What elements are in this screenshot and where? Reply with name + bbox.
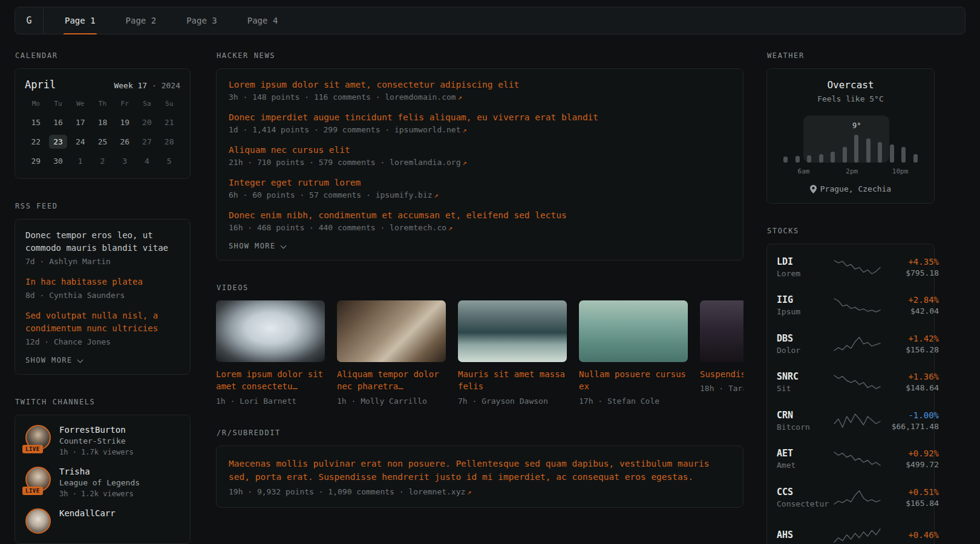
tab-label: Page 1 <box>65 16 96 25</box>
video-card[interactable]: Suspendisse diam 18h · Tara <box>700 300 743 406</box>
app-logo[interactable]: G <box>15 7 44 34</box>
stocks-panel: LDILorem +4.35%$795.18 IIGIpsum +2.84%$4… <box>766 244 935 544</box>
calendar-day: 24 <box>69 135 91 149</box>
weather-panel: Overcast Feels like 5°C 9° 6am2pm10pm Pr… <box>766 68 935 204</box>
video-thumbnail[interactable] <box>700 300 743 362</box>
hn-story-link[interactable]: Donec imperdiet augue tincidunt felis al… <box>229 112 731 122</box>
video-title[interactable]: Aliquam tempor dolor nec pharetra… <box>337 368 446 393</box>
dashboard-page: G Page 1 Page 2 Page 3 Page 4 CALENDAR A… <box>0 0 980 544</box>
video-thumbnail[interactable] <box>579 300 688 362</box>
stock-name: Amet <box>777 461 834 470</box>
hn-source-link[interactable]: loremdomain.com↗ <box>385 92 462 102</box>
calendar-grid: Mo Tu We Th Fr Sa Su 15 16 17 18 19 20 2… <box>25 100 180 169</box>
stock-symbol: DBS <box>777 333 834 344</box>
calendar-day: 19 <box>114 115 136 130</box>
stock-row[interactable]: DBSDolor +1.42%$156.28 <box>777 325 924 363</box>
stock-symbol: CCS <box>777 487 834 497</box>
middle-column: HACKER NEWS Lorem ipsum dolor sit amet, … <box>216 51 743 531</box>
video-title[interactable]: Suspendisse diam <box>700 368 743 380</box>
stock-row[interactable]: LDILorem +4.35%$795.18 <box>777 248 924 287</box>
videos-widget: VIDEOS Lorem ipsum dolor sit amet consec… <box>216 283 743 406</box>
twitch-channel-row[interactable]: KendallCarr <box>25 508 180 534</box>
hn-story-link[interactable]: Aliquam nec cursus elit <box>229 145 731 155</box>
video-title[interactable]: Nullam posuere cursus ex <box>579 368 688 393</box>
external-link-icon: ↗ <box>448 224 452 232</box>
hn-story-meta: 1d · 1,414 points · 299 comments · ipsum… <box>229 125 731 134</box>
stock-row[interactable]: AHS +0.46% <box>777 517 924 544</box>
video-title[interactable]: Lorem ipsum dolor sit amet consectetu… <box>216 368 325 393</box>
reddit-source-link[interactable]: loremnet.xyz↗ <box>408 487 471 496</box>
stock-name: Ipsum <box>777 307 834 316</box>
stock-row[interactable]: SNRCSit +1.36%$148.64 <box>777 363 924 402</box>
rss-item-link[interactable]: In hac habitasse platea <box>25 276 180 288</box>
hn-story-link[interactable]: Integer eget rutrum lorem <box>229 178 731 187</box>
stock-symbol: LDI <box>777 256 834 267</box>
avatar <box>25 508 51 534</box>
hn-story-meta: 6h · 60 points · 57 comments · ipsumify.… <box>229 190 731 199</box>
day-of-week-label: Sa <box>136 100 158 111</box>
video-card[interactable]: Lorem ipsum dolor sit amet consectetu… 1… <box>216 300 325 406</box>
day-of-week-label: Mo <box>25 100 47 111</box>
weather-time-labels: 6am2pm10pm <box>782 167 920 176</box>
stock-change-percent: +0.51% <box>881 487 939 497</box>
tab-page-1[interactable]: Page 1 <box>57 7 103 34</box>
hn-story-meta: 16h · 468 points · 440 comments · loremt… <box>229 223 731 232</box>
video-meta: 17h · Stefan Cole <box>579 397 688 406</box>
hacker-news-widget: HACKER NEWS Lorem ipsum dolor sit amet, … <box>216 51 743 261</box>
stock-row[interactable]: CRNBitcorn -1.00%$66,171.48 <box>777 401 924 440</box>
video-thumbnail[interactable] <box>337 300 446 362</box>
stock-symbol: AHS <box>777 529 834 540</box>
hn-source-link[interactable]: loremlandia.org↗ <box>390 158 467 167</box>
calendar-week-year: Week 17 · 2024 <box>114 81 180 90</box>
rss-item: In hac habitasse platea 8d · Cynthia Sau… <box>25 276 180 300</box>
weather-bars <box>782 115 920 163</box>
stock-sparkline-chart <box>834 259 881 275</box>
stock-price: $66,171.48 <box>881 422 939 431</box>
tab-label: Page 2 <box>126 16 157 25</box>
stock-sparkline-chart <box>834 413 881 429</box>
hn-source-link[interactable]: ipsumworld.net↗ <box>394 125 467 134</box>
video-thumbnail[interactable] <box>216 300 325 362</box>
rss-item-link[interactable]: Sed volutpat nulla nisl, a condimentum n… <box>25 309 180 335</box>
calendar-day: 18 <box>91 115 114 130</box>
hn-source-link[interactable]: loremtech.co↗ <box>390 223 452 232</box>
day-of-week-label: Su <box>158 100 180 111</box>
avatar: LIVE <box>25 467 51 492</box>
live-badge: LIVE <box>22 445 43 453</box>
tab-label: Page 4 <box>247 16 278 25</box>
hn-show-more-button[interactable]: SHOW MORE <box>229 242 286 250</box>
location-pin-icon <box>810 185 817 193</box>
video-title[interactable]: Mauris sit amet massa felis <box>458 368 567 393</box>
video-thumbnail[interactable] <box>458 300 567 362</box>
rss-show-more-button[interactable]: SHOW MORE <box>25 356 83 364</box>
stock-price: $165.84 <box>881 499 939 508</box>
calendar-day: 27 <box>136 135 158 149</box>
stock-change-percent: +0.46% <box>881 530 939 540</box>
video-card[interactable]: Aliquam tempor dolor nec pharetra… 1h · … <box>337 300 446 406</box>
tab-page-3[interactable]: Page 3 <box>178 7 225 34</box>
hn-story: Donec imperdiet augue tincidunt felis al… <box>229 112 731 134</box>
hn-story: Aliquam nec cursus elit 21h · 710 points… <box>229 145 731 167</box>
video-card[interactable]: Mauris sit amet massa felis 7h · Grayson… <box>458 300 567 406</box>
tab-page-2[interactable]: Page 2 <box>118 7 165 34</box>
stock-row[interactable]: CCSConsectetur +0.51%$165.84 <box>777 478 924 517</box>
calendar-day: 15 <box>25 115 47 130</box>
weather-peak-label: 9° <box>852 121 861 130</box>
stock-row[interactable]: IIGIpsum +2.84%$42.04 <box>777 287 924 325</box>
hn-story: Lorem ipsum dolor sit amet, consectetur … <box>229 80 731 102</box>
video-card[interactable]: Nullam posuere cursus ex 17h · Stefan Co… <box>579 300 688 406</box>
stock-name: Lorem <box>777 269 834 278</box>
subreddit-panel: Maecenas mollis pulvinar erat non posuer… <box>216 445 743 508</box>
hn-story-link[interactable]: Donec enim nibh, condimentum et accumsan… <box>229 210 731 220</box>
rss-item-meta: 12d · Chance Jones <box>25 337 180 346</box>
twitch-channel-row[interactable]: LIVE Trisha League of Legends 3h · 1.2k … <box>25 467 180 498</box>
twitch-channel-row[interactable]: LIVE ForrestBurton Counter-Strike 1h · 1… <box>25 425 180 456</box>
rss-item-link[interactable]: Donec tempor eros leo, ut commodo mauris… <box>25 229 180 254</box>
hn-story-link[interactable]: Lorem ipsum dolor sit amet, consectetur … <box>229 80 731 89</box>
reddit-post-link[interactable]: Maecenas mollis pulvinar erat non posuer… <box>229 457 731 484</box>
stock-row[interactable]: AETAmet +0.92%$499.72 <box>777 440 924 479</box>
hn-source-link[interactable]: ipsumify.biz↗ <box>376 190 439 199</box>
weather-widget-title: WEATHER <box>767 51 935 60</box>
channel-name: Trisha <box>59 467 140 476</box>
tab-page-4[interactable]: Page 4 <box>240 7 286 34</box>
